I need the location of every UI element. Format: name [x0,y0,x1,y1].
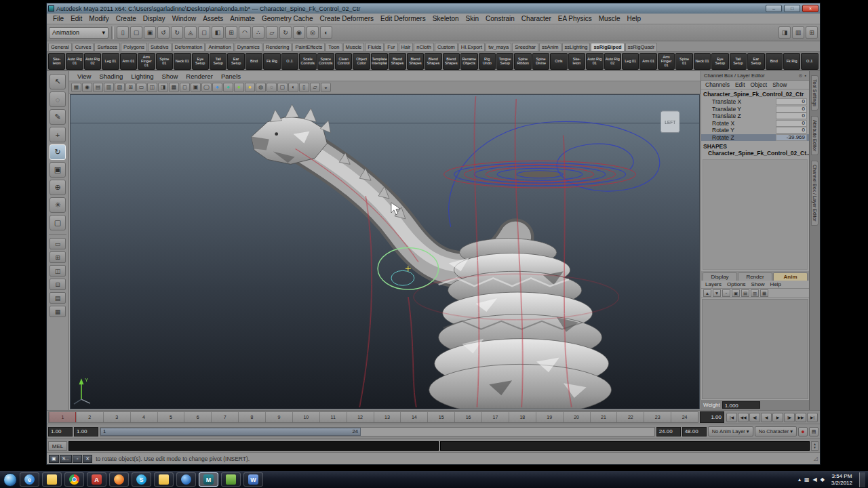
shelf-tab[interactable]: Muscle [343,43,365,51]
channel-attribute-value[interactable]: 0 [776,127,807,134]
hypershade-layout[interactable]: ▦ [50,306,66,317]
channel-box-menu-item[interactable]: Channels [703,81,732,88]
menu-set-dropdown[interactable]: Animation ▾ [49,27,108,39]
snap-curve-icon[interactable]: ◠ [239,26,251,39]
animation-start-field[interactable]: 1.00 [48,427,73,436]
select-component-icon[interactable]: ◧ [212,26,224,39]
shelf-button[interactable]: Auto Rig 01 [66,53,83,70]
four-pane-layout[interactable]: ⊞ [50,251,66,263]
menu-item[interactable]: File [50,14,67,23]
shelf-tab[interactable]: Surfaces [94,43,120,51]
redo-icon[interactable]: ↻ [171,26,183,39]
start-button[interactable] [3,473,17,487]
snake-coil[interactable] [429,239,612,409]
shelf-button[interactable]: Spine Divine [532,53,549,70]
layer-help-icon[interactable]: ▦ [760,289,768,297]
taskbar-red-app-icon[interactable]: A [87,472,106,487]
mini-window-close-icon[interactable]: ✕ [83,455,92,463]
layer-move-down-icon[interactable]: ▼ [713,289,721,297]
animation-end-field[interactable]: 48.00 [682,427,707,436]
last-tool[interactable]: ▢ [50,215,66,230]
mini-window-restore-icon[interactable]: ▫ [73,455,82,463]
shelf-tab[interactable]: Subdivs [148,43,172,51]
panel-menu-icon[interactable]: ▪ [805,73,806,79]
channel-attribute-row[interactable]: Rotate X 0 [701,120,809,127]
frame-label[interactable]: 9 [265,412,292,422]
image-plane-icon[interactable]: ▧ [115,83,125,92]
select-tool[interactable]: ↖ [50,74,66,89]
shelf-button[interactable]: Tail Setup [730,53,747,70]
shelf-tab[interactable]: Sreedhar [512,43,538,51]
shelf-button[interactable]: Ear Setup [747,53,764,70]
menu-item[interactable]: Geometry Cache [258,14,317,23]
shelf-button[interactable]: Eye Setup [192,53,209,70]
shelf-tab[interactable]: Fur [384,43,397,51]
taskbar-skype-icon[interactable]: S [132,472,151,487]
step-back-frame-button[interactable]: ◀◀ [738,413,749,422]
shelf-button[interactable]: Object Color [353,53,370,70]
select-object-icon[interactable]: ◻ [198,26,210,39]
shelf-button[interactable]: Auto Rig 02 [84,53,101,70]
maximize-button[interactable]: □ [784,5,800,12]
screen-space-ao-icon[interactable]: ◍ [256,83,266,92]
close-button[interactable]: × [802,5,818,12]
go-to-end-button[interactable]: ▶| [807,413,818,422]
ipr-render-icon[interactable]: ◎ [307,26,319,39]
shelf-button[interactable]: Neck 01 [694,53,711,70]
layer-editor-tab[interactable]: Anim [773,272,808,281]
single-pane-layout[interactable]: ▭ [50,238,66,249]
persp-outliner-layout[interactable]: ◫ [50,265,66,277]
shelf-tab[interactable]: Curves [73,43,94,51]
rotate-tool[interactable]: ↻ [50,144,66,160]
taskbar-clock[interactable]: 3:54 PM 3/2/2012 [828,473,856,486]
new-scene-icon[interactable]: ▯ [117,26,129,39]
snap-point-icon[interactable]: ∴ [252,26,264,39]
menu-item[interactable]: Animate [226,14,258,23]
shadows-icon[interactable]: ● [245,83,255,92]
channel-attribute-value[interactable]: 0 [776,113,807,119]
shelf-button[interactable]: Bind [766,53,783,70]
shelf-tab[interactable]: Fluids [365,43,384,51]
channel-object-name[interactable]: Character_Spine_Fk_Control_02_Ctr [701,89,809,98]
show-manipulator-tool[interactable]: ✳ [50,197,66,213]
shelf-button[interactable]: O.J. [801,53,818,70]
multisample-icon[interactable]: ▢ [277,83,288,92]
taskbar-globe-app-icon[interactable] [176,472,196,487]
play-forwards-button[interactable]: ▶ [772,413,783,422]
menu-item[interactable]: EA Physics [555,14,595,23]
viewport-3d-scene[interactable]: LEFT Y [71,95,699,409]
select-camera-icon[interactable]: ▦ [71,83,81,92]
panel-menu-item[interactable]: Panels [217,73,245,80]
lock-camera-icon[interactable]: ◉ [82,83,92,92]
shelf-button[interactable]: Arm 01 [120,53,137,70]
shelf-button[interactable]: O.J. [281,53,298,70]
shelf-tab[interactable]: ssRigBiped [591,43,624,51]
resize-grip-icon[interactable]: ◿ [814,455,818,462]
current-frame-indicator[interactable] [49,412,76,422]
lasso-select-tool[interactable]: ◌ [50,92,66,107]
shelf-tab[interactable]: ssRigQuadr [625,43,658,51]
command-language-button[interactable]: MEL [48,441,67,451]
shelf-button[interactable]: Arm 01 [639,53,656,70]
gate-mask-icon[interactable]: ◨ [158,83,168,92]
camera-attributes-icon[interactable]: ▤ [93,83,103,92]
channel-box-menu-item[interactable]: Show [770,81,789,88]
frame-label[interactable]: 10 [292,412,319,422]
menu-item[interactable]: Window [169,14,200,23]
shelf-button[interactable]: Neck 01 [174,53,191,70]
layer-editor-menu-item[interactable]: Help [768,281,784,287]
shelf-tab[interactable]: PaintEffects [292,43,325,51]
shelf-tab[interactable]: Rendering [263,43,292,51]
shelf-tab[interactable]: Animation [205,43,233,51]
channel-attribute-value[interactable]: 0 [776,120,807,127]
tray-action-center-icon[interactable]: ◆ [821,476,825,483]
channel-attribute-row[interactable]: Rotate Y 0 [701,127,809,134]
open-scene-icon[interactable]: ▢ [130,26,142,39]
menu-item[interactable]: Help [623,14,644,23]
render-icon[interactable]: ◉ [293,26,305,39]
tray-expand-icon[interactable]: ▴ [798,476,801,483]
menu-item[interactable]: Edit [67,14,85,23]
shelf-button[interactable]: Bind [245,53,262,70]
shelf-button[interactable]: Leg 01 [102,53,119,70]
taskbar-folder-icon[interactable] [154,472,174,487]
